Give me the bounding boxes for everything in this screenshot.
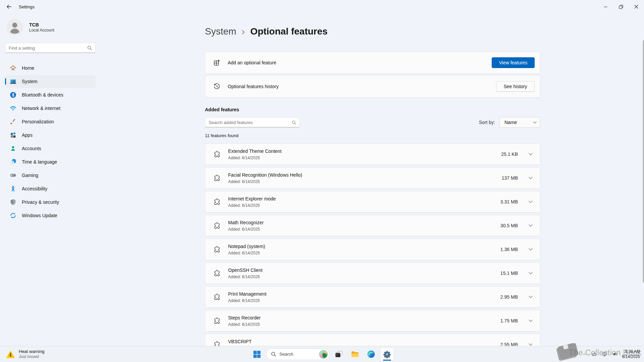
feature-row[interactable]: Math Recognizer Added: 6/14/2025 30.5 MB: [205, 215, 540, 236]
file-explorer-button[interactable]: [348, 347, 362, 361]
widget-title: Heat warning: [19, 349, 45, 354]
expand-chevron-icon[interactable]: [527, 318, 534, 323]
sort-by-label: Sort by:: [479, 120, 495, 125]
task-view-button[interactable]: [332, 347, 346, 361]
close-button[interactable]: [629, 0, 644, 13]
feature-row[interactable]: Print Management Added: 6/14/2025 2.95 M…: [205, 286, 540, 308]
sidebar-item-label: Accounts: [22, 146, 41, 151]
find-a-setting-search[interactable]: [5, 43, 96, 53]
feature-row[interactable]: Extended Theme Content Added: 6/14/2025 …: [205, 143, 540, 165]
sidebar-item-label: Privacy & security: [22, 199, 59, 205]
minimize-button[interactable]: [598, 0, 613, 13]
home-icon: [10, 65, 16, 71]
feature-puzzle-icon: [213, 317, 221, 324]
feature-name: Math Recognizer: [228, 220, 264, 226]
person-icon: [6, 19, 23, 36]
feature-size: 15.1 MB: [500, 270, 518, 276]
app-title: Settings: [19, 4, 35, 9]
widgets-button[interactable]: Heat warning Just issued: [3, 346, 47, 362]
taskbar-search-placeholder: Search: [279, 352, 293, 357]
add-optional-feature-card: Add an optional feature View features: [205, 52, 540, 74]
added-features-heading: Added features: [205, 107, 540, 112]
sidebar-item-label: Accessibility: [22, 186, 47, 191]
expand-chevron-icon[interactable]: [527, 199, 534, 204]
sidebar-item-gaming[interactable]: Gaming: [5, 169, 96, 182]
clock[interactable]: 5:38 AM 6/14/2025: [622, 349, 641, 359]
optional-features-history-card: Optional features history See history: [205, 75, 540, 98]
feature-row[interactable]: Notepad (system) Added: 6/14/2025 1.36 M…: [205, 239, 540, 260]
feature-size: 137 MB: [502, 175, 518, 181]
expand-chevron-icon[interactable]: [527, 152, 534, 157]
volume-icon[interactable]: [612, 352, 618, 357]
start-button[interactable]: [250, 347, 264, 361]
user-name: TCB: [29, 22, 54, 28]
search-added-features-box[interactable]: [205, 117, 300, 127]
sidebar-item-label: Windows Update: [22, 213, 57, 218]
hidden-icons-chevron-icon[interactable]: [582, 353, 586, 356]
sidebar-item-privacy-security[interactable]: Privacy & security: [5, 196, 96, 208]
sidebar-item-apps[interactable]: Apps: [5, 129, 96, 141]
feature-added-date: Added: 6/14/2025: [228, 251, 265, 255]
vertical-scrollbar[interactable]: [643, 40, 644, 283]
shield-icon: [10, 199, 16, 205]
search-added-features-input[interactable]: [205, 120, 292, 125]
expand-chevron-icon[interactable]: [527, 294, 534, 300]
sidebar-item-label: Gaming: [22, 173, 38, 178]
feature-name: Print Management: [228, 291, 266, 297]
feature-name: Steps Recorder: [228, 315, 261, 321]
network-display-icon[interactable]: [602, 352, 608, 357]
add-feature-icon: [213, 59, 220, 66]
feature-puzzle-icon: [213, 269, 221, 277]
feature-added-date: Added: 6/14/2025: [228, 156, 281, 160]
sort-dropdown[interactable]: Name: [499, 117, 540, 128]
feature-row[interactable]: OpenSSH Client Added: 6/14/2025 15.1 MB: [205, 262, 540, 284]
chevron-down-icon: [533, 121, 537, 124]
sidebar-item-accessibility[interactable]: Accessibility: [5, 182, 96, 195]
sidebar-item-label: Bluetooth & devices: [22, 92, 63, 98]
sidebar-item-bluetooth-devices[interactable]: Bluetooth & devices: [5, 88, 96, 101]
breadcrumb-system[interactable]: System: [205, 26, 236, 37]
back-button[interactable]: [3, 1, 15, 12]
settings-page: System Optional features Add an optional…: [101, 13, 644, 346]
feature-row[interactable]: Steps Recorder Added: 6/14/2025 1.75 MB: [205, 310, 540, 331]
expand-chevron-icon[interactable]: [527, 247, 534, 252]
minimize-icon: [604, 5, 607, 9]
feature-size: 2.95 MB: [500, 294, 518, 300]
onedrive-cloud-icon[interactable]: [591, 352, 597, 357]
restore-button[interactable]: [613, 0, 629, 13]
see-history-button[interactable]: See history: [496, 81, 535, 92]
sidebar-item-accounts[interactable]: Accounts: [5, 142, 96, 155]
find-a-setting-input[interactable]: [5, 46, 87, 51]
settings-app-button[interactable]: [380, 347, 394, 361]
results-count: 11 features found: [205, 133, 540, 138]
feature-row[interactable]: Internet Explorer mode Added: 6/14/2025 …: [205, 191, 540, 213]
sidebar-item-personalization[interactable]: Personalization: [5, 115, 96, 128]
sidebar-item-home[interactable]: Home: [5, 62, 96, 74]
sidebar-item-network-internet[interactable]: Network & internet: [5, 102, 96, 115]
sidebar-item-label: Personalization: [22, 119, 54, 124]
view-features-button[interactable]: View features: [492, 57, 535, 68]
feature-size: 25.1 KB: [501, 152, 518, 157]
expand-chevron-icon[interactable]: [527, 223, 534, 228]
sidebar-item-system[interactable]: System: [5, 75, 96, 88]
wifi-icon: [10, 105, 16, 112]
expand-chevron-icon[interactable]: [527, 270, 534, 276]
feature-added-date: Added: 6/14/2025: [228, 322, 261, 327]
feature-added-date: Added: 6/14/2025: [228, 275, 263, 279]
feature-size: 1.75 MB: [500, 318, 518, 323]
user-account[interactable]: TCB Local Account: [6, 19, 94, 36]
expand-chevron-icon[interactable]: [527, 175, 534, 181]
sidebar-item-time-language[interactable]: Time & language: [5, 156, 96, 168]
taskbar-search[interactable]: Search: [266, 349, 330, 360]
sidebar-item-windows-update[interactable]: Windows Update: [5, 209, 96, 222]
feature-size: 30.5 MB: [500, 223, 518, 228]
edge-browser-button[interactable]: [364, 347, 378, 361]
feature-row[interactable]: Facial Recognition (Windows Hello) Added…: [205, 167, 540, 189]
search-highlight-image[interactable]: [319, 350, 328, 359]
widget-subtitle: Just issued: [19, 354, 45, 359]
accessibility-icon: [10, 185, 16, 192]
feature-puzzle-icon: [213, 198, 221, 205]
taskbar: Heat warning Just issued Search: [0, 346, 644, 362]
feature-list: Extended Theme Content Added: 6/14/2025 …: [205, 143, 540, 355]
search-icon: [292, 120, 296, 125]
